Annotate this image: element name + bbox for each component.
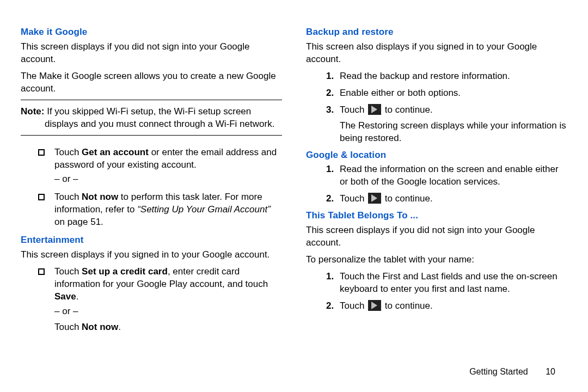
text-run: to continue. xyxy=(382,193,433,204)
note-label: Note: xyxy=(21,106,44,117)
italic-reference: “Setting Up Your Gmail Account” xyxy=(137,204,271,215)
list-item: Touch Get an account or enter the email … xyxy=(51,146,282,186)
left-column: Make it Google This screen displays if y… xyxy=(21,22,282,364)
bold-text: Get an account xyxy=(82,147,149,157)
page-footer: Getting Started 10 xyxy=(469,366,555,378)
text-run: Touch xyxy=(340,301,367,311)
note-text: If you skipped Wi-Fi setup, the Wi-Fi se… xyxy=(44,106,251,117)
bold-text: Not now xyxy=(82,322,118,332)
text-run: Touch xyxy=(54,192,82,202)
heading-backup-restore: Backup and restore xyxy=(306,26,567,39)
text-run: to continue. xyxy=(382,105,433,115)
next-arrow-icon xyxy=(368,104,381,115)
list-item: Read the information on the screen and e… xyxy=(336,163,567,188)
list-item: Touch to continue. xyxy=(336,300,567,313)
or-separator: – or – xyxy=(54,305,282,318)
paragraph-text: This screen displays if you did not sign… xyxy=(21,41,282,66)
manual-page: Make it Google This screen displays if y… xyxy=(0,0,588,375)
list-item: Touch Set up a credit card, enter credit… xyxy=(51,266,282,334)
list-item: Touch Not now to perform this task later… xyxy=(51,191,282,229)
numbered-list: Touch the First and Last fields and use … xyxy=(306,271,567,313)
list-item: Read the backup and restore information. xyxy=(336,70,567,83)
note-block: Note: If you skipped Wi-Fi setup, the Wi… xyxy=(21,106,282,131)
divider xyxy=(21,135,282,136)
text-run: on page 51. xyxy=(54,217,103,227)
paragraph-text: This screen also displays if you signed … xyxy=(306,41,567,66)
text-run: Touch xyxy=(54,266,82,277)
paragraph-text: The Restoring screen displays while your… xyxy=(340,120,567,145)
text-run: Touch xyxy=(54,147,82,157)
divider xyxy=(21,100,282,100)
text-run: . xyxy=(76,291,79,302)
list-item: Enable either or both options. xyxy=(336,87,567,100)
bullet-list: Touch Get an account or enter the email … xyxy=(21,146,282,229)
next-arrow-icon xyxy=(368,193,381,204)
heading-google-location: Google & location xyxy=(306,149,567,162)
text-run: Touch xyxy=(340,105,367,115)
text-run: to continue. xyxy=(382,301,433,311)
paragraph-text: To personalize the tablet with your name… xyxy=(306,254,567,266)
text-run: . xyxy=(118,322,121,332)
sub-line: Touch Not now. xyxy=(54,321,282,334)
list-item: Touch the First and Last fields and use … xyxy=(336,271,567,296)
or-separator: – or – xyxy=(54,173,282,186)
list-item: Touch to continue. The Restoring screen … xyxy=(336,104,567,145)
numbered-list: Read the backup and restore information.… xyxy=(306,70,567,145)
text-run: Touch xyxy=(54,322,82,332)
right-column: Backup and restore This screen also disp… xyxy=(306,22,567,364)
list-item: Touch to continue. xyxy=(336,193,567,205)
footer-section-name: Getting Started xyxy=(469,367,528,376)
page-number: 10 xyxy=(546,366,555,378)
next-arrow-icon xyxy=(368,300,381,311)
bold-text: Not now xyxy=(82,192,118,202)
paragraph-text: This screen displays if you signed in to… xyxy=(21,249,282,261)
heading-tablet-belongs: This Tablet Belongs To ... xyxy=(306,210,567,222)
heading-make-it-google: Make it Google xyxy=(21,26,282,39)
paragraph-text: The Make it Google screen allows you to … xyxy=(21,70,282,95)
bold-text: Save xyxy=(54,291,76,302)
text-run: Touch xyxy=(340,193,367,204)
note-text: displays and you must connect through a … xyxy=(45,118,282,131)
bold-text: Set up a credit card xyxy=(82,266,168,277)
paragraph-text: This screen displays if you did not sign… xyxy=(306,224,567,249)
heading-entertainment: Entertainment xyxy=(21,234,282,247)
bullet-list: Touch Set up a credit card, enter credit… xyxy=(21,266,282,334)
numbered-list: Read the information on the screen and e… xyxy=(306,163,567,205)
